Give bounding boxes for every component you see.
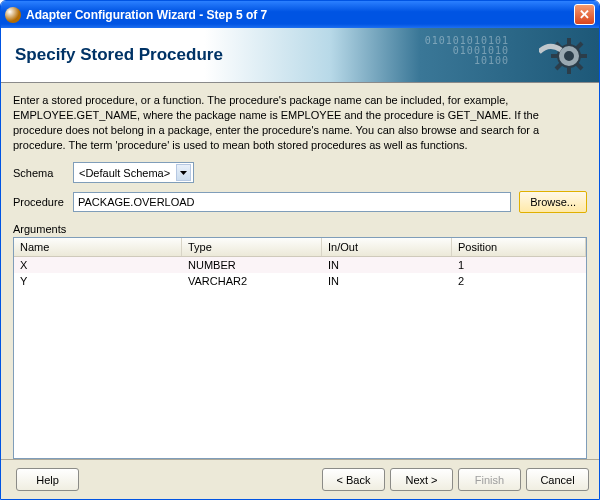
svg-line-8 [556, 64, 561, 69]
cell-name: X [14, 257, 182, 273]
browse-button[interactable]: Browse... [519, 191, 587, 213]
back-button[interactable]: < Back [322, 468, 385, 491]
window-title: Adapter Configuration Wizard - Step 5 of… [26, 8, 574, 22]
titlebar: Adapter Configuration Wizard - Step 5 of… [1, 1, 599, 28]
svg-marker-10 [180, 171, 187, 175]
dropdown-arrow-icon [176, 164, 191, 181]
svg-line-7 [577, 64, 582, 69]
arguments-label: Arguments [13, 223, 587, 235]
next-button[interactable]: Next > [390, 468, 453, 491]
schema-select[interactable]: <Default Schema> [73, 162, 194, 183]
table-row[interactable]: Y VARCHAR2 IN 2 [14, 273, 586, 289]
gear-icon [539, 32, 587, 80]
cancel-button[interactable]: Cancel [526, 468, 589, 491]
cell-inout: IN [322, 257, 452, 273]
schema-select-value: <Default Schema> [79, 167, 170, 179]
cell-type: NUMBER [182, 257, 322, 273]
table-row[interactable]: X NUMBER IN 1 [14, 257, 586, 273]
close-icon: ✕ [579, 7, 590, 22]
cell-type: VARCHAR2 [182, 273, 322, 289]
col-header-type[interactable]: Type [182, 238, 322, 256]
svg-point-1 [565, 52, 573, 60]
table-header: Name Type In/Out Position [14, 238, 586, 257]
procedure-label: Procedure [13, 196, 73, 208]
cell-position: 2 [452, 273, 586, 289]
banner: Specify Stored Procedure 010101010101010… [1, 28, 599, 83]
wizard-window: Adapter Configuration Wizard - Step 5 of… [0, 0, 600, 500]
col-header-inout[interactable]: In/Out [322, 238, 452, 256]
schema-label: Schema [13, 167, 73, 179]
finish-button: Finish [458, 468, 521, 491]
col-header-position[interactable]: Position [452, 238, 586, 256]
col-header-name[interactable]: Name [14, 238, 182, 256]
procedure-input[interactable] [73, 192, 511, 212]
page-heading: Specify Stored Procedure [15, 45, 223, 65]
svg-line-9 [577, 43, 582, 48]
cell-inout: IN [322, 273, 452, 289]
content-area: Enter a stored procedure, or a function.… [1, 83, 599, 459]
footer: Help < Back Next > Finish Cancel [1, 459, 599, 499]
arguments-table: Name Type In/Out Position X NUMBER IN 1 … [13, 237, 587, 459]
help-button[interactable]: Help [16, 468, 79, 491]
intro-text: Enter a stored procedure, or a function.… [13, 93, 587, 152]
app-icon [5, 7, 21, 23]
cell-name: Y [14, 273, 182, 289]
cell-position: 1 [452, 257, 586, 273]
close-button[interactable]: ✕ [574, 4, 595, 25]
decorative-digits: 0101010101010100101010100 [425, 36, 509, 66]
